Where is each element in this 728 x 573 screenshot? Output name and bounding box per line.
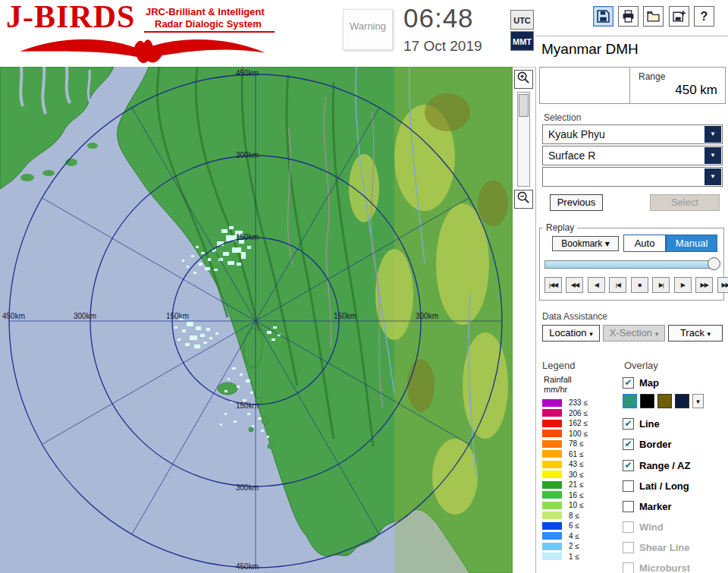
replay-group: Replay Bookmark ▾ Auto Manual |◀◀ ◀◀ ◀ |… [539, 228, 724, 301]
control-panel: Range 450 km Selection Kyauk Phyu ▼ Surf… [535, 67, 728, 573]
legend-swatch [542, 553, 562, 560]
map-color-swatch[interactable] [623, 394, 637, 408]
logo-rule [144, 31, 275, 33]
fast-rewind-button[interactable]: ◀◀ [566, 277, 583, 293]
legend-row: 43 ≤ [542, 459, 588, 470]
open-file-button[interactable] [643, 6, 664, 27]
playback-controls: |◀◀ ◀◀ ◀ |◀ ■ ▶| ▶ ▶▶ ▶▶| [544, 277, 728, 293]
save-as-button[interactable] [669, 6, 689, 27]
legend-row: 2 ≤ [542, 541, 588, 552]
save-button[interactable] [593, 6, 613, 27]
floppy-plus-icon [673, 10, 686, 23]
mmt-toggle-button[interactable]: MMT [510, 31, 534, 51]
zoom-slider-thumb[interactable] [519, 94, 529, 117]
station-dropdown[interactable]: Kyauk Phyu ▼ [542, 124, 723, 144]
range-label: 450km [2, 312, 25, 320]
range-label: 150km [334, 312, 356, 320]
legend-row: 206 ≤ [542, 408, 588, 419]
zoom-out-button[interactable] [514, 190, 533, 209]
range-az-checkbox[interactable]: ✔ [623, 460, 634, 471]
lati-long-checkbox[interactable] [623, 480, 634, 492]
legend-swatch [542, 471, 562, 478]
legend-value: 206 ≤ [569, 409, 588, 417]
product-dropdown-value: Surface R [548, 150, 595, 162]
range-label: 150km [236, 401, 259, 410]
chevron-down-icon: ▾ [605, 238, 610, 249]
legend-value: 2 ≤ [569, 542, 579, 550]
previous-button[interactable]: Previous [550, 194, 603, 211]
legend-value: 43 ≤ [569, 460, 583, 468]
map-color-swatch[interactable] [657, 394, 672, 408]
manual-mode-button[interactable]: Manual [666, 235, 717, 252]
location-button-label: Location [549, 327, 586, 338]
chevron-down-icon[interactable]: ▾ [692, 394, 704, 408]
location-button[interactable]: Location ▾ [542, 325, 600, 342]
utc-toggle-button[interactable]: UTC [510, 10, 534, 30]
overlay-label: Lati / Long [639, 480, 689, 492]
legend-row: 8 ≤ [542, 511, 588, 521]
zoom-in-button[interactable] [514, 70, 533, 89]
auto-mode-button[interactable]: Auto [623, 235, 666, 252]
legend-row: 6 ≤ [542, 521, 588, 531]
skip-to-start-button[interactable]: |◀◀ [544, 277, 562, 293]
step-forward-button[interactable]: ▶| [652, 277, 670, 293]
play-forward-button[interactable]: ▶ [674, 277, 692, 293]
stop-button[interactable]: ■ [631, 277, 648, 293]
jbirds-app: J-BIRDS JRC-Brilliant & Intelligent Rada… [0, 0, 728, 573]
legend-swatch [542, 543, 562, 550]
help-button[interactable]: ? [694, 6, 714, 27]
range-label: 150km [166, 312, 189, 320]
border-checkbox[interactable]: ✔ [623, 439, 634, 450]
legend-value: 16 ≤ [569, 491, 583, 499]
chevron-down-icon[interactable]: ▼ [704, 168, 721, 185]
warning-button[interactable]: Warning [343, 9, 393, 50]
chevron-down-icon[interactable]: ▼ [704, 126, 721, 143]
legend-title: Legend [542, 360, 575, 371]
skip-to-end-button[interactable]: ▶▶| [717, 277, 728, 293]
range-box: Range 450 km [539, 67, 726, 104]
legend-swatch [542, 450, 562, 458]
marker-checkbox[interactable] [623, 501, 634, 512]
chevron-down-icon[interactable]: ▼ [704, 147, 721, 164]
panel-header-divider [535, 36, 728, 36]
step-back-button[interactable]: |◀ [609, 277, 626, 293]
rainfall-legend: 233 ≤ 206 ≤ 162 ≤ 100 ≤ 78 ≤ 61 ≤ 43 ≤ 3… [542, 398, 588, 562]
replay-timeline-slider[interactable] [544, 260, 714, 269]
line-checkbox[interactable]: ✔ [623, 418, 634, 430]
legend-swatch [542, 461, 562, 468]
overlay-row-shear-line: Shear Line [623, 542, 689, 553]
shear-line-checkbox [623, 542, 634, 553]
xsection-button[interactable]: X-Section ▾ [603, 325, 665, 342]
print-button[interactable] [618, 6, 639, 27]
legend-row: 61 ≤ [542, 449, 588, 460]
legend-value: 61 ≤ [569, 450, 583, 458]
bookmark-button[interactable]: Bookmark ▾ [552, 236, 619, 251]
map-color-swatch[interactable] [675, 394, 689, 408]
replay-slider-knob[interactable] [708, 257, 720, 270]
overlay-label: Line [639, 418, 660, 430]
app-logo: J-BIRDS [6, 0, 135, 35]
range-label: 300km [236, 483, 259, 492]
radar-map[interactable]: 450km 300km 150km 150km 300km 450km 300k… [0, 67, 513, 573]
zoom-slider[interactable] [517, 92, 530, 187]
logo-subtitle-1: JRC-Brilliant & Intelligent [146, 6, 265, 17]
range-label-text: Range [639, 71, 665, 82]
fast-forward-button[interactable]: ▶▶ [695, 277, 713, 293]
product-dropdown[interactable]: Surface R ▼ [542, 146, 723, 165]
select-button[interactable]: Select [650, 194, 720, 211]
map-checkbox[interactable]: ✔ [623, 377, 634, 389]
eagle-logo-icon [9, 33, 276, 64]
overlay-row-lati-long: Lati / Long [623, 480, 689, 492]
map-color-swatch[interactable] [640, 394, 654, 408]
legend-value: 162 ≤ [569, 419, 588, 427]
overlay-label: Wind [639, 521, 664, 533]
overlay-row-border: ✔ Border [623, 439, 672, 450]
legend-value: 8 ≤ [569, 512, 579, 520]
option-dropdown[interactable]: ▼ [542, 167, 723, 187]
overlay-label: Border [639, 439, 672, 450]
track-button[interactable]: Track ▾ [668, 325, 723, 342]
station-dropdown-value: Kyauk Phyu [548, 128, 605, 140]
legend-swatch [542, 409, 562, 417]
play-backward-button[interactable]: ◀ [588, 277, 605, 293]
legend-value: 21 ≤ [569, 480, 583, 489]
